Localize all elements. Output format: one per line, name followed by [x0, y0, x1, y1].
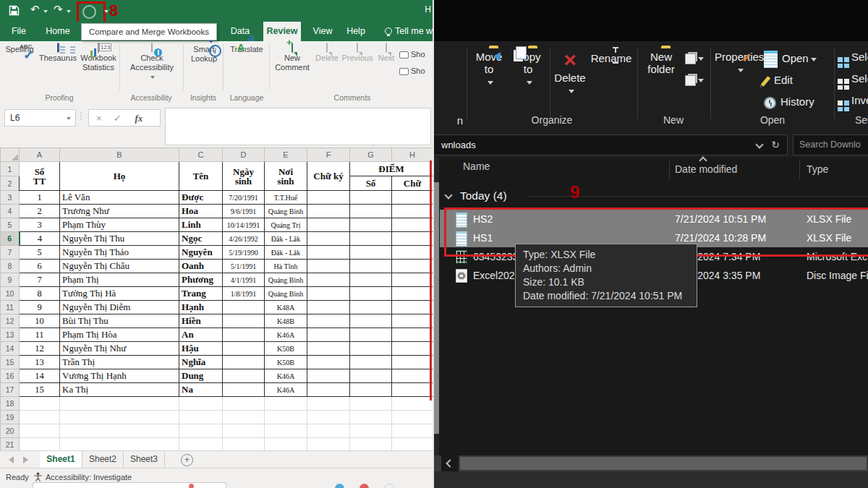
- formula-bar-handle[interactable]: ⋮: [77, 111, 85, 121]
- column-header-date-modified[interactable]: Date modified: [675, 163, 737, 175]
- cell-noi-sinh[interactable]: Đăk - Lăk: [265, 246, 307, 260]
- empty-cell[interactable]: [179, 438, 223, 452]
- insert-function-icon[interactable]: fx: [135, 113, 142, 124]
- cell-ngay-sinh[interactable]: 1/8/1991: [223, 287, 265, 301]
- cell-ho[interactable]: Phạm Thị: [60, 273, 179, 287]
- cell-diem-chu[interactable]: [392, 246, 433, 260]
- cell-ten[interactable]: Na: [179, 383, 223, 397]
- cell-diem-so[interactable]: [350, 356, 392, 369]
- select-all-corner[interactable]: [1, 148, 20, 162]
- cell-ho[interactable]: Ka Thị: [60, 383, 179, 397]
- next-comment-button[interactable]: Next: [375, 43, 398, 63]
- header-cell-stt[interactable]: Số TT: [20, 162, 60, 191]
- cell-diem-chu[interactable]: [392, 191, 433, 205]
- cell-ten[interactable]: Trang: [179, 287, 223, 301]
- cell-ten[interactable]: Hoa: [179, 205, 223, 218]
- cell-ten[interactable]: An: [179, 328, 223, 342]
- cell-diem-chu[interactable]: [392, 369, 433, 383]
- empty-cell[interactable]: [20, 424, 60, 438]
- new-sheet-button[interactable]: +: [181, 454, 193, 466]
- cell-chu-ky[interactable]: [307, 314, 350, 328]
- cell-noi-sinh[interactable]: K48A: [265, 301, 307, 314]
- cell-ten[interactable]: Nghĩa: [179, 356, 223, 369]
- empty-cell[interactable]: [60, 397, 179, 411]
- scroll-left-button[interactable]: [441, 455, 459, 471]
- cell-diem-so[interactable]: [350, 205, 392, 218]
- empty-cell[interactable]: [265, 411, 307, 424]
- cell-ho[interactable]: Nguyễn Thị Châu: [60, 260, 179, 273]
- cell-stt[interactable]: 14: [20, 369, 60, 383]
- cell-chu-ky[interactable]: [307, 369, 350, 383]
- header-cell-ho[interactable]: Họ: [60, 162, 179, 191]
- cell-chu-ky[interactable]: [307, 191, 350, 205]
- cell-stt[interactable]: 9: [20, 301, 60, 314]
- sheet-tab-sheet1[interactable]: Sheet1: [40, 451, 82, 469]
- empty-cell[interactable]: [179, 424, 223, 438]
- column-separator[interactable]: [669, 160, 670, 179]
- cell-stt[interactable]: 11: [20, 328, 60, 342]
- formula-input[interactable]: [165, 108, 431, 145]
- open-button[interactable]: Open: [764, 49, 836, 68]
- empty-cell[interactable]: [60, 411, 179, 424]
- row-header[interactable]: 6: [1, 232, 20, 246]
- cell-diem-chu[interactable]: [392, 287, 433, 301]
- empty-cell[interactable]: [179, 411, 223, 424]
- row-header[interactable]: 10: [1, 287, 20, 301]
- cell-ngay-sinh[interactable]: [223, 369, 265, 383]
- cell-diem-so[interactable]: [350, 383, 392, 397]
- cell-diem-chu[interactable]: [392, 328, 433, 342]
- cell-chu-ky[interactable]: [307, 205, 350, 218]
- previous-comment-button[interactable]: Previous: [340, 43, 375, 63]
- tab-help[interactable]: Help: [341, 22, 370, 41]
- cell-ten[interactable]: Được: [179, 191, 223, 205]
- empty-cell[interactable]: [223, 424, 265, 438]
- cell-chu-ky[interactable]: [307, 232, 350, 246]
- select-none-button[interactable]: Select: [838, 71, 868, 90]
- cell-chu-ky[interactable]: [307, 273, 350, 287]
- undo-dropdown-icon[interactable]: [43, 10, 48, 13]
- empty-cell[interactable]: [307, 397, 350, 411]
- cell-chu-ky[interactable]: [307, 383, 350, 397]
- translate-button[interactable]: Translate: [225, 43, 268, 54]
- empty-cell[interactable]: [20, 397, 60, 411]
- cell-diem-chu[interactable]: [392, 273, 433, 287]
- cell-stt[interactable]: 4: [20, 232, 60, 246]
- address-bar[interactable]: wnloads ↻: [434, 134, 788, 155]
- empty-cell[interactable]: [265, 438, 307, 452]
- cell-chu-ky[interactable]: [307, 246, 350, 260]
- cell-chu-ky[interactable]: [307, 301, 350, 314]
- cell-ho[interactable]: Nguyễn Thị Diễm: [60, 301, 179, 314]
- empty-cell[interactable]: [350, 397, 392, 411]
- move-to-button[interactable]: Move to: [470, 48, 508, 87]
- row-header[interactable]: 9: [1, 273, 20, 287]
- cell-noi-sinh[interactable]: K50B: [265, 356, 307, 369]
- row-header[interactable]: 8: [1, 260, 20, 273]
- sheet-tab-sheet2[interactable]: Sheet2: [82, 451, 124, 468]
- horizontal-scrollbar-thumb[interactable]: [460, 457, 867, 470]
- empty-cell[interactable]: [20, 411, 60, 424]
- group-collapse-icon[interactable]: [444, 191, 452, 199]
- redo-dropdown-icon[interactable]: [67, 10, 71, 13]
- header-cell-ngay-sinh[interactable]: Ngày sinh: [223, 162, 265, 191]
- column-header[interactable]: G: [350, 148, 392, 162]
- cell-ho[interactable]: Trần Thị: [60, 356, 179, 369]
- header-cell-diem-so[interactable]: Số: [350, 176, 392, 191]
- cell-ten[interactable]: Linh: [179, 218, 223, 232]
- column-header[interactable]: C: [179, 148, 223, 162]
- empty-cell[interactable]: [223, 397, 265, 411]
- cell-diem-chu[interactable]: [392, 260, 433, 273]
- cell-stt[interactable]: 13: [20, 356, 60, 369]
- empty-cell[interactable]: [60, 438, 179, 452]
- row-header[interactable]: 21: [1, 438, 20, 452]
- thesaurus-button[interactable]: Thesaurus: [38, 43, 78, 63]
- empty-cell[interactable]: [307, 438, 350, 452]
- row-header[interactable]: 12: [1, 314, 20, 328]
- cell-stt[interactable]: 15: [20, 383, 60, 397]
- header-cell-noi-sinh[interactable]: Nơi sinh: [265, 162, 307, 191]
- invert-selection-button[interactable]: Invert: [838, 93, 868, 111]
- qat-customize-dropdown-icon[interactable]: [104, 10, 109, 13]
- cell-diem-so[interactable]: [350, 273, 392, 287]
- cell-diem-so[interactable]: [350, 369, 392, 383]
- empty-cell[interactable]: [350, 424, 392, 438]
- empty-cell[interactable]: [392, 424, 433, 438]
